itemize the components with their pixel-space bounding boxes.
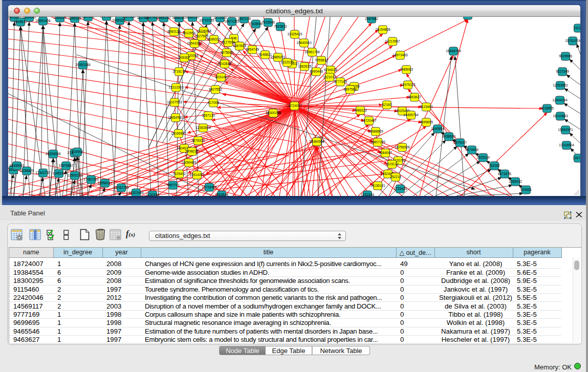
svg-text:10975867: 10975867: [58, 164, 74, 167]
svg-text:9146821: 9146821: [258, 53, 272, 56]
svg-text:0699695: 0699695: [420, 120, 433, 124]
svg-text:1145194: 1145194: [52, 171, 66, 175]
svg-text:1362615: 1362615: [298, 64, 311, 68]
svg-text:16961758: 16961758: [304, 50, 320, 54]
svg-text:9474444: 9474444: [465, 148, 478, 151]
svg-text:1065326: 1065326: [53, 17, 67, 19]
svg-text:9329966: 9329966: [559, 54, 572, 58]
svg-text:1667135: 1667135: [237, 17, 251, 20]
svg-text:9857791: 9857791: [166, 183, 180, 187]
svg-text:417006: 417006: [208, 101, 219, 104]
svg-text:18300295: 18300295: [266, 111, 281, 115]
svg-text:6966160: 6966160: [186, 17, 199, 19]
svg-text:3242848: 3242848: [218, 62, 231, 65]
svg-text:16782759: 16782759: [114, 186, 129, 189]
svg-text:1640954: 1640954: [431, 127, 444, 130]
svg-text:12444154: 12444154: [552, 98, 568, 102]
svg-text:803144: 803144: [215, 75, 227, 79]
svg-text:1733426: 1733426: [394, 187, 407, 190]
svg-text:12342737: 12342737: [35, 171, 51, 174]
svg-text:1322035: 1322035: [280, 60, 294, 64]
svg-text:11123: 11123: [574, 26, 580, 30]
svg-text:11325419: 11325419: [288, 32, 302, 36]
svg-text:8938923: 8938923: [442, 135, 455, 138]
svg-text:5498222: 5498222: [185, 149, 199, 153]
svg-text:1065412: 1065412: [509, 180, 522, 183]
svg-text:14495794: 14495794: [403, 113, 419, 117]
svg-text:11156829: 11156829: [19, 169, 34, 172]
svg-text:10543362: 10543362: [187, 41, 202, 45]
svg-text:16435061: 16435061: [9, 164, 25, 167]
svg-text:8966160: 8966160: [172, 17, 186, 19]
svg-text:12093852: 12093852: [553, 83, 568, 87]
svg-text:18807299: 18807299: [370, 140, 385, 144]
svg-text:16648784: 16648784: [446, 49, 461, 53]
svg-text:252214: 252214: [390, 175, 401, 179]
svg-text:2087682: 2087682: [365, 17, 378, 20]
svg-text:8427552: 8427552: [209, 87, 222, 91]
svg-text:9127508: 9127508: [222, 40, 235, 44]
svg-text:3267130: 3267130: [202, 114, 215, 117]
svg-text:9777169: 9777169: [334, 80, 347, 83]
svg-text:12975115: 12975115: [401, 83, 416, 86]
svg-text:1621072: 1621072: [323, 75, 336, 79]
svg-text:15720407: 15720407: [361, 119, 377, 122]
svg-text:116753: 116753: [573, 156, 580, 160]
svg-text:1527602: 1527602: [81, 17, 95, 18]
svg-text:8471676: 8471676: [498, 172, 511, 176]
svg-text:6897568: 6897568: [343, 87, 357, 91]
svg-text:3912954: 3912954: [182, 31, 195, 35]
svg-text:8215955: 8215955: [540, 106, 554, 110]
svg-text:1615132: 1615132: [385, 162, 399, 166]
svg-text:1527602: 1527602: [122, 17, 136, 18]
svg-text:924561: 924561: [520, 188, 532, 191]
svg-text:9327509: 9327509: [195, 34, 208, 38]
svg-text:1057327: 1057327: [100, 17, 113, 18]
svg-text:7955812: 7955812: [315, 58, 328, 62]
svg-text:9227349: 9227349: [556, 70, 569, 73]
svg-text:2367608: 2367608: [233, 44, 246, 48]
svg-text:17016504: 17016504: [559, 143, 574, 147]
svg-text:18724007: 18724007: [287, 104, 302, 107]
svg-text:7515546: 7515546: [249, 22, 263, 26]
svg-text:7625402: 7625402: [172, 172, 186, 176]
svg-text:2933114: 2933114: [476, 156, 490, 159]
svg-text:9084067: 9084067: [379, 151, 392, 155]
svg-text:10973493: 10973493: [393, 53, 408, 57]
svg-text:10719155: 10719155: [199, 18, 214, 22]
svg-text:19384554: 19384554: [309, 140, 324, 143]
svg-text:8990448: 8990448: [310, 70, 323, 73]
svg-text:16099489: 16099489: [181, 161, 197, 164]
svg-text:15751074: 15751074: [565, 39, 580, 42]
svg-text:19166827: 19166827: [171, 132, 186, 135]
svg-text:12353504: 12353504: [195, 126, 211, 129]
svg-text:6794028: 6794028: [324, 68, 337, 72]
svg-text:62160: 62160: [382, 103, 392, 106]
svg-text:20691406: 20691406: [35, 19, 51, 23]
svg-text:3875685: 3875685: [220, 51, 233, 54]
svg-text:12323446: 12323446: [128, 191, 144, 194]
svg-text:14136141: 14136141: [370, 184, 385, 187]
svg-text:12213363: 12213363: [168, 85, 184, 89]
svg-text:10688609: 10688609: [368, 129, 383, 133]
svg-text:10107553: 10107553: [167, 100, 182, 104]
svg-text:315992: 315992: [72, 150, 83, 154]
svg-text:18756928: 18756928: [395, 145, 410, 149]
svg-text:16154808: 16154808: [375, 28, 390, 31]
svg-text:8454749: 8454749: [246, 48, 259, 51]
svg-text:9463627: 9463627: [408, 95, 421, 99]
svg-text:16210643: 16210643: [553, 114, 568, 118]
svg-text:7515546: 7515546: [262, 20, 275, 24]
svg-text:20053346: 20053346: [75, 63, 91, 67]
svg-text:9115460: 9115460: [420, 105, 433, 108]
svg-text:17957253: 17957253: [83, 178, 99, 181]
svg-text:763262: 763262: [489, 164, 500, 167]
svg-text:2069140: 2069140: [23, 17, 36, 19]
svg-text:909367: 909367: [179, 56, 190, 59]
svg-text:7485063: 7485063: [400, 68, 413, 71]
svg-text:16914479: 16914479: [189, 173, 205, 177]
svg-text:15716485: 15716485: [202, 185, 217, 189]
svg-text:6879197: 6879197: [453, 141, 467, 144]
svg-text:19654983: 19654983: [168, 116, 183, 119]
svg-text:8966160: 8966160: [157, 17, 170, 19]
